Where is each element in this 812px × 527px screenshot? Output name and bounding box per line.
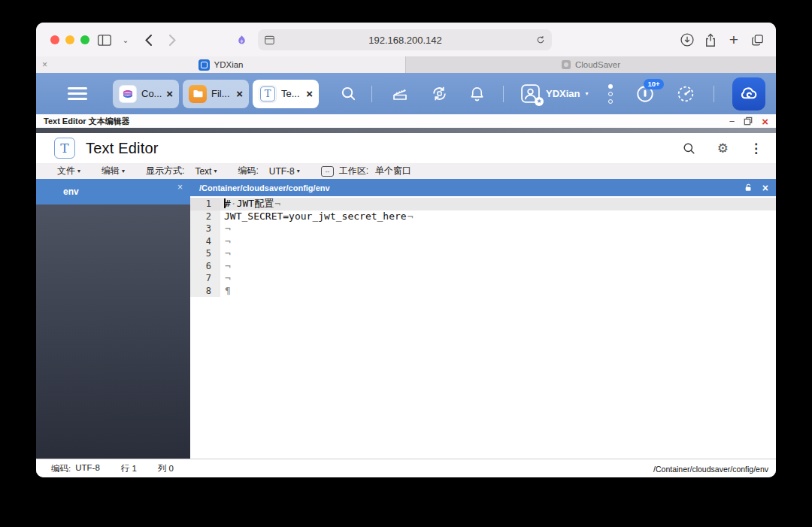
sidebar-file-tab-env[interactable]: env ×: [36, 179, 190, 204]
main-menu-icon[interactable]: [68, 87, 87, 100]
tab-overview-icon[interactable]: [749, 32, 765, 48]
file-path: /Container/cloudsaver/config/env: [199, 183, 744, 192]
line-number: 5: [190, 247, 220, 260]
resource-monitor-icon[interactable]: [676, 84, 695, 104]
app-tab-container-manager[interactable]: Co... ×: [113, 80, 179, 108]
page-proxy-icon: [264, 35, 275, 45]
close-window-button[interactable]: [50, 35, 59, 44]
user-menu[interactable]: ★ YDXian ▾: [520, 83, 589, 104]
zoom-window-button[interactable]: [80, 35, 89, 44]
line-number: 8: [190, 285, 220, 298]
line-number: 4: [190, 235, 220, 248]
url-text[interactable]: 192.168.200.142: [275, 35, 535, 46]
open-app-tabs: Co... × Fil... × T Te... ×: [113, 80, 319, 108]
share-icon[interactable]: [702, 32, 719, 48]
status-column: 列 0: [158, 463, 174, 474]
cloudsaver-app-icon[interactable]: [732, 77, 765, 111]
menu-file[interactable]: 文件▾: [57, 165, 80, 177]
editor-window-title: Text Editor 文本编辑器: [44, 116, 130, 127]
editor-pane: /Container/cloudsaver/config/env × 1#·JW…: [190, 179, 776, 459]
line-content[interactable]: ¬: [220, 247, 776, 260]
new-tab-button[interactable]: +: [726, 32, 742, 48]
downloads-icon[interactable]: [679, 32, 695, 48]
menu-view-mode-select[interactable]: Text▾: [195, 166, 217, 177]
line-number: 2: [190, 210, 220, 223]
line-content[interactable]: ¬: [220, 272, 776, 285]
minimize-icon[interactable]: −: [729, 117, 735, 126]
line-content[interactable]: #·JWT配置¬: [220, 198, 776, 210]
text-editor-app-icon: T: [54, 138, 75, 159]
editor-line[interactable]: 5¬: [190, 247, 776, 260]
eol-mark: ¬: [225, 223, 231, 234]
notifications-bell-icon[interactable]: [467, 84, 486, 104]
sync-icon[interactable]: [429, 84, 449, 104]
line-number: 1: [190, 198, 220, 210]
forward-button[interactable]: [164, 32, 180, 48]
files-icon: [189, 85, 207, 103]
notification-badge: 10+: [644, 79, 663, 89]
editor-window-titlebar[interactable]: Text Editor 文本编辑器 − ×: [36, 114, 776, 128]
file-tab-label: env: [63, 186, 79, 197]
star-icon: ★: [535, 97, 544, 106]
app-tab-files[interactable]: Fil... ×: [183, 80, 249, 108]
status-file-path: /Container/cloudsaver/config/env: [653, 465, 768, 474]
more-options-icon[interactable]: [608, 84, 613, 104]
line-content[interactable]: JWT_SECRET=your_jwt_secret_here¬: [220, 210, 776, 223]
app-center-icon[interactable]: [390, 84, 410, 104]
close-file-icon[interactable]: ×: [177, 182, 183, 192]
eol-mark: ¬: [225, 272, 231, 283]
back-button[interactable]: [140, 32, 156, 48]
line-content[interactable]: ¬: [220, 260, 776, 273]
app-tab-label: Te...: [281, 88, 301, 99]
editor-more-icon[interactable]: ⋮: [750, 141, 762, 156]
line-number: 7: [190, 272, 220, 285]
settings-gear-icon[interactable]: ⚙: [717, 141, 729, 156]
tasks-icon[interactable]: 10+: [635, 84, 655, 104]
eol-mark: ¬: [225, 260, 231, 271]
line-content[interactable]: ¬: [220, 235, 776, 248]
search-icon[interactable]: [338, 84, 358, 104]
reload-icon[interactable]: [535, 35, 546, 45]
avatar: ★: [520, 83, 541, 104]
address-bar[interactable]: 192.168.200.142: [258, 29, 552, 50]
unlock-icon[interactable]: [744, 183, 753, 192]
editor-statusbar: 编码:UTF-8 行 1 列 0 /Container/cloudsaver/c…: [36, 459, 776, 477]
editor-line[interactable]: 2JWT_SECRET=your_jwt_secret_here¬: [190, 210, 776, 223]
line-content[interactable]: ¶: [220, 285, 776, 298]
workspace-icon: ↔: [321, 166, 334, 177]
close-icon[interactable]: ×: [762, 116, 768, 127]
tab-title: CloudSaver: [575, 60, 620, 69]
editor-main: env × /Container/cloudsaver/config/env ×…: [36, 179, 776, 459]
eol-mark: ¬: [408, 210, 414, 222]
close-app-tab-icon[interactable]: ×: [236, 87, 243, 100]
editor-line[interactable]: 8¶: [190, 285, 776, 298]
editor-search-icon[interactable]: [682, 141, 696, 156]
menu-encoding-select[interactable]: UTF-8▾: [269, 166, 300, 177]
maximize-icon[interactable]: [744, 117, 753, 126]
line-number: 3: [190, 223, 220, 235]
editor-line[interactable]: 1#·JWT配置¬: [190, 198, 776, 210]
editor-line[interactable]: 7¬: [190, 272, 776, 285]
app-tab-text-editor[interactable]: T Te... ×: [253, 80, 319, 108]
editor-line[interactable]: 6¬: [190, 260, 776, 273]
close-editor-icon[interactable]: ×: [762, 183, 768, 193]
close-tab-icon[interactable]: ×: [42, 59, 47, 70]
page-title: Text Editor: [86, 140, 159, 157]
browser-tab-cloudsaver[interactable]: CloudSaver: [406, 56, 776, 73]
editor-lines[interactable]: 1#·JWT配置¬2JWT_SECRET=your_jwt_secret_her…: [190, 196, 776, 459]
chevron-down-icon[interactable]: ⌄: [117, 32, 134, 48]
app-tab-label: Fil...: [211, 88, 232, 99]
browser-tab-ydxian[interactable]: × YDXian: [36, 56, 406, 73]
window-traffic-lights: [50, 35, 89, 44]
line-content[interactable]: ¬: [220, 223, 776, 235]
user-name: YDXian: [546, 88, 580, 99]
editor-line[interactable]: 4¬: [190, 235, 776, 248]
menu-edit[interactable]: 编辑▾: [102, 165, 125, 177]
minimize-window-button[interactable]: [65, 35, 74, 44]
extension-icon[interactable]: [233, 32, 250, 48]
editor-line[interactable]: 3¬: [190, 223, 776, 235]
close-app-tab-icon[interactable]: ×: [306, 87, 313, 100]
close-app-tab-icon[interactable]: ×: [166, 87, 173, 100]
menu-workspace[interactable]: ↔ 工作区: 单个窗口: [321, 165, 411, 177]
sidebar-toggle-icon[interactable]: [96, 32, 113, 48]
